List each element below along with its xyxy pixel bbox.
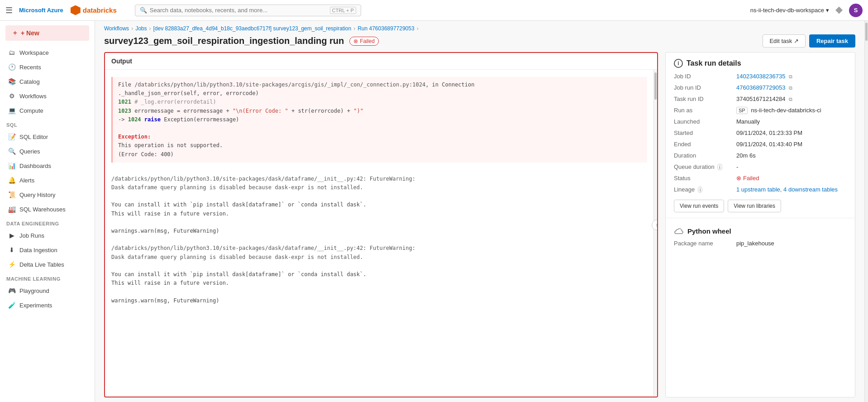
duration-value: 20m 6s: [736, 152, 756, 159]
sidebar-item-label: Recents: [19, 64, 41, 71]
ended-label: Ended: [674, 141, 733, 148]
workspace-icon: 🗂: [8, 49, 15, 56]
duration-row: Duration 20m 6s: [666, 150, 855, 161]
sidebar-item-label: Catalog: [19, 78, 40, 85]
breadcrumb: Workflows › Jobs › [dev 82883a27_dfea_4d…: [95, 21, 864, 33]
sidebar-item-experiments[interactable]: 🧪 Experiments: [2, 298, 93, 312]
warning-warn-2: warnings.warn(msg, FutureWarning): [111, 297, 219, 304]
edit-task-button[interactable]: Edit task ↗: [763, 34, 805, 48]
sidebar-item-label: Compute: [19, 107, 43, 114]
sidebar-item-workspace[interactable]: 🗂 Workspace: [2, 46, 93, 59]
view-run-events-button[interactable]: View run events: [674, 200, 724, 212]
job-run-id-label: Job run ID: [674, 84, 733, 91]
sidebar-item-playground[interactable]: 🎮 Playground: [2, 284, 93, 297]
job-runs-icon: ▶: [8, 232, 15, 239]
status-failed-icon: ⊗: [736, 175, 741, 182]
error-block: File /databricks/python/lib/python3.10/s…: [111, 77, 647, 163]
cloud-icon: [674, 228, 684, 235]
sidebar-item-data-ingestion[interactable]: ⬇ Data Ingestion: [2, 243, 93, 257]
alerts-icon: 🔔: [8, 177, 15, 184]
output-title: Output: [111, 57, 132, 65]
breadcrumb-workflows[interactable]: Workflows: [104, 25, 129, 32]
launched-label: Launched: [674, 118, 733, 125]
view-run-libraries-button[interactable]: View run libraries: [728, 200, 781, 212]
sidebar-item-label: Job Runs: [19, 232, 44, 239]
sidebar-item-label: Playground: [19, 287, 49, 294]
job-id-value: 140234038236735 ⧉: [736, 73, 792, 80]
sidebar-item-delta-live-tables[interactable]: ⚡ Delta Live Tables: [2, 258, 93, 271]
python-wheel-title: Python wheel: [687, 227, 731, 235]
topbar: ☰ Microsoft Azure databricks 🔍 CTRL + P …: [0, 0, 868, 21]
warning-line-1: /databricks/python/lib/python3.10/site-p…: [111, 176, 415, 191]
sidebar-item-label: Query History: [19, 191, 55, 198]
sidebar-item-dashboards[interactable]: 📊 Dashboards: [2, 159, 93, 172]
avatar[interactable]: S: [849, 4, 863, 17]
service-principal-icon: SP: [736, 107, 748, 114]
task-run-id-value: 374051671214284 ⧉: [736, 96, 792, 102]
run-as-label: Run as: [674, 107, 733, 114]
lineage-value[interactable]: 1 upstream table, 4 downstream tables: [736, 186, 838, 193]
job-id-row: Job ID 140234038236735 ⧉: [666, 71, 855, 82]
diamond-icon[interactable]: [835, 7, 843, 14]
job-run-id-row: Job run ID 476036897729053 ⧉: [666, 82, 855, 93]
breadcrumb-job-name[interactable]: [dev 82883a27_dfea_4d94_b18c_93aedbc6717…: [153, 25, 351, 32]
search-shortcut: CTRL + P: [330, 7, 356, 14]
sidebar-item-job-runs[interactable]: ▶ Job Runs: [2, 229, 93, 242]
output-header: Output: [105, 53, 657, 70]
repair-task-button[interactable]: Repair task: [809, 34, 855, 48]
sidebar-item-sql-warehouses[interactable]: 🏭 SQL Warehouses: [2, 202, 93, 216]
workspace-name-label: ns-ii-tech-dev-db-workspace: [750, 7, 824, 14]
sidebar-item-label: SQL Editor: [19, 134, 48, 140]
sql-editor-icon: 📝: [8, 133, 15, 140]
main-layout: ＋ + New 🗂 Workspace 🕐 Recents 📚 Catalog …: [0, 21, 868, 402]
workspace-name[interactable]: ns-ii-tech-dev-db-workspace ▾: [750, 7, 829, 14]
copy-task-run-id[interactable]: ⧉: [789, 96, 792, 102]
new-button[interactable]: ＋ + New: [5, 25, 89, 41]
sidebar-item-query-history[interactable]: 📜 Query History: [2, 188, 93, 201]
job-run-id-link[interactable]: 476036897729053: [736, 84, 785, 91]
sidebar-item-catalog[interactable]: 📚 Catalog: [2, 75, 93, 88]
breadcrumb-jobs[interactable]: Jobs: [135, 25, 147, 32]
copy-job-run-id[interactable]: ⧉: [789, 85, 792, 91]
sidebar: ＋ + New 🗂 Workspace 🕐 Recents 📚 Catalog …: [0, 21, 95, 402]
search-input[interactable]: [150, 7, 327, 14]
query-history-icon: 📜: [8, 191, 15, 198]
job-id-link[interactable]: 140234038236735: [736, 73, 785, 80]
started-row: Started 09/11/2024, 01:23:33 PM: [666, 127, 855, 139]
run-as-value: SP ns-ii-tech-dev-databricks-ci: [736, 107, 821, 114]
lineage-info-icon: i: [698, 187, 702, 193]
hamburger-icon[interactable]: ☰: [5, 5, 13, 15]
sidebar-item-sql-editor[interactable]: 📝 SQL Editor: [2, 130, 93, 144]
playground-icon: 🎮: [8, 287, 15, 294]
sidebar-item-compute[interactable]: 💻 Compute: [2, 104, 93, 117]
status-row: Status ⊗ Failed: [666, 172, 855, 184]
queue-info-icon: i: [717, 164, 722, 170]
queries-icon: 🔍: [8, 148, 15, 155]
dashboards-icon: 📊: [8, 162, 15, 169]
workflows-icon: ⚙: [8, 92, 15, 100]
sidebar-item-workflows[interactable]: ⚙ Workflows: [2, 89, 93, 103]
run-as-row: Run as SP ns-ii-tech-dev-databricks-ci: [666, 105, 855, 116]
sidebar-item-recents[interactable]: 🕐 Recents: [2, 60, 93, 74]
output-body[interactable]: File /databricks/python/lib/python3.10/s…: [105, 70, 653, 397]
sidebar-item-queries[interactable]: 🔍 Queries: [2, 144, 93, 158]
task-run-id-text: 374051671214284: [736, 96, 785, 102]
ended-value: 09/11/2024, 01:43:40 PM: [736, 141, 802, 148]
output-scrollbar[interactable]: [653, 70, 657, 397]
details-panel: i Task run details Job ID 14023403823673…: [665, 52, 855, 397]
launched-value: Manually: [736, 118, 760, 125]
package-name-label: Package name: [674, 240, 733, 247]
copy-job-id[interactable]: ⧉: [789, 74, 792, 79]
databricks-icon: [71, 5, 81, 15]
breadcrumb-run[interactable]: Run 476036897729053: [358, 25, 414, 32]
data-ingestion-icon: ⬇: [8, 246, 15, 254]
python-wheel-header: Python wheel: [666, 221, 855, 238]
output-panel: Output File /databricks/python/lib/pytho…: [104, 52, 658, 397]
sidebar-item-alerts[interactable]: 🔔 Alerts: [2, 173, 93, 187]
search-bar[interactable]: 🔍 CTRL + P: [135, 5, 361, 16]
output-scrollbar-thumb: [654, 72, 657, 100]
databricks-label: databricks: [83, 6, 117, 14]
started-value: 09/11/2024, 01:23:33 PM: [736, 129, 802, 136]
main-scrollbar[interactable]: [864, 21, 868, 402]
lineage-text: Lineage: [674, 186, 695, 193]
